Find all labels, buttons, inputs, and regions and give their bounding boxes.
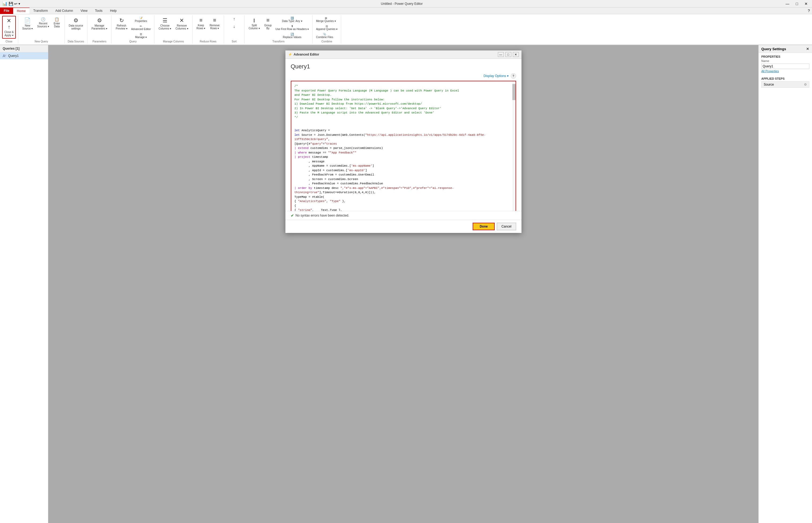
editor-scrollbar-thumb[interactable] [512,84,516,100]
close-group-label: Close [6,39,13,43]
code-bracket: , [328,138,330,141]
code-pipe4: | order by [295,186,312,190]
choose-columns-button[interactable]: ☰ ChooseColumns ▾ [156,16,173,31]
dialog-maximize-button[interactable]: □ [505,52,511,57]
all-properties-link[interactable]: All Properties [761,70,809,73]
query-settings-close-button[interactable]: ✕ [806,47,809,51]
restore-button[interactable]: □ [794,1,800,6]
close-apply-button[interactable]: ✕↑ Close &Apply ▾ [2,16,16,39]
refresh-preview-button[interactable]: ↻ RefreshPreview ▾ [114,16,129,31]
group-by-button[interactable]: ≡ GroupBy [262,16,274,31]
combine-files-icon: 📎 [323,33,326,36]
applied-steps-section: APPLIED STEPS Source ⚙ [759,75,812,90]
parameters-buttons: ⚙ ManageParameters ▾ [90,16,109,39]
sort-desc-icon: ↓ [233,24,235,29]
tab-view[interactable]: View [77,7,91,14]
help-question-button[interactable]: ? [806,7,812,14]
replace-values-icon: 🔄 [291,33,294,36]
window-title: Untitled - Power Query Editor [20,2,783,6]
transform-group-label: Transform [272,39,284,43]
merge-queries-button[interactable]: ⊞ Merge Queries ▾ [315,16,337,23]
manage-button[interactable]: ☰ Manage ▾ [130,32,152,39]
dialog-close-button[interactable]: ✕ [513,52,519,57]
tab-file[interactable]: File [0,7,13,14]
query1-icon: Aᶜ [3,54,6,58]
code-extend: customdims = parse_json(customDimensions… [309,146,383,150]
replace-values-button[interactable]: 🔄 Replace Values [274,32,310,39]
title-bar-icons: 📊 💾 ↩ ▾ [2,1,20,6]
keep-rows-button[interactable]: ≡ KeepRows ▾ [195,16,207,31]
query-name-input[interactable] [761,64,809,69]
code-analytics-query: AnalyticsQuery = [300,129,330,132]
editor-scrollbar[interactable] [512,81,516,211]
tab-help[interactable]: Help [106,7,121,14]
minimize-button[interactable]: — [783,1,792,6]
code-pipe3: | project [295,155,310,159]
code-let-keyword: let [295,129,300,132]
display-options-button[interactable]: Display Options ▾ [483,74,508,78]
data-source-settings-button[interactable]: ⚙ Data sourcesettings [67,16,85,31]
code-traces: "traces [325,142,337,145]
ribbon-group-query: ↻ RefreshPreview ▾ 📝 Properties ✏ Advanc… [112,15,154,43]
replace-values-label: Replace Values [283,36,301,39]
dialog-minimize-button[interactable]: — [498,52,504,57]
split-column-button[interactable]: ⫿ SplitColumn ▾ [247,16,262,31]
properties-button[interactable]: 📝 Properties [130,16,152,23]
tab-tools[interactable]: Tools [91,7,106,14]
dialog-status-text: No syntax errors have been detected. [296,214,349,217]
dialog-title-text: Advanced Editor [294,53,319,56]
code-pipe2: | where [295,151,307,154]
cancel-button[interactable]: Cancel [497,223,516,230]
transform-buttons: ⫿ SplitColumn ▾ ≡ GroupBy 🔤 Data Type: A… [247,16,310,39]
remove-rows-icon: ≡ [213,17,216,23]
query-group-label: Query [129,39,136,43]
dialog-query-name: Query1 [291,63,516,70]
undo-icon[interactable]: ↩ [14,2,17,6]
close-group-buttons: ✕↑ Close &Apply ▾ [2,16,16,39]
data-type-button[interactable]: 🔤 Data Type: Any ▾ [274,16,310,23]
enter-data-button[interactable]: 📋 EnterData [52,16,62,29]
code-type-str: "Type" [330,200,341,203]
tab-home[interactable]: Home [13,7,30,14]
code-ms-appid: 'ms-appId' [348,169,365,172]
code-editor[interactable]: /* The exported Power Query Formula Lang… [291,81,516,211]
ribbon-group-manage-columns: ☰ ChooseColumns ▾ ✕ RemoveColumns ▾ Mana… [154,15,192,43]
reduce-rows-label: Reduce Rows [200,39,216,43]
sidebar-item-query1[interactable]: Aᶜ Query1 [0,52,48,59]
ribbon-group-reduce-rows: ≡ KeepRows ▾ ≡ RemoveRows ▾ Reduce Rows [192,15,224,43]
query-settings-panel: Query Settings ✕ PROPERTIES Name All Pro… [758,45,812,523]
sidebar-item-query1-label: Query1 [8,54,19,58]
close-apply-label: Close &Apply ▾ [4,31,14,37]
tab-transform[interactable]: Transform [30,7,52,14]
new-query-label: New Query [35,39,48,43]
choose-columns-label: ChooseColumns ▾ [159,24,171,30]
ribbon-group-data-sources: ⚙ Data sourcesettings Data Sources [64,15,88,43]
manage-parameters-button[interactable]: ⚙ ManageParameters ▾ [90,16,109,31]
data-sources-buttons: ⚙ Data sourcesettings [67,16,85,39]
combine-buttons: ⊞ Merge Queries ▾ ⊟ Append Queries ▾ 📎 C… [315,16,339,39]
group-by-icon: ≡ [266,17,270,23]
recent-sources-icon: 🕐 [41,17,45,21]
done-button[interactable]: Done [473,223,495,230]
close-button[interactable]: ✕ [802,1,810,6]
save-icon[interactable]: 💾 [8,2,13,6]
sort-buttons: ↑ ↓ [226,16,242,39]
remove-columns-button[interactable]: ✕ RemoveColumns ▾ [173,16,190,31]
advanced-editor-label: Advanced Editor [131,28,151,31]
sort-desc-button[interactable]: ↓ [226,23,242,30]
sort-asc-button[interactable]: ↑ [226,16,242,22]
help-button[interactable]: ? [511,73,516,79]
combine-files-label: Combine Files [316,36,333,39]
use-first-row-button[interactable]: ⬆ Use First Row as Headers ▾ [274,24,310,31]
remove-rows-button[interactable]: ≡ RemoveRows ▾ [208,16,221,31]
manage-label: Manage ▾ [135,36,147,39]
query-settings-header: Query Settings ✕ [759,45,812,53]
append-queries-label: Append Queries ▾ [316,28,337,31]
tab-add-column[interactable]: Add Column [52,7,77,14]
advanced-editor-button[interactable]: ✏ Advanced Editor [130,24,152,31]
combine-files-button[interactable]: 📎 Combine Files [315,32,334,39]
new-source-button[interactable]: 📄 NewSource ▾ [20,16,35,31]
step-source[interactable]: Source ⚙ [761,81,809,88]
append-queries-button[interactable]: ⊟ Append Queries ▾ [315,24,339,31]
recent-sources-button[interactable]: 🕐 RecentSources ▾ [35,16,51,29]
